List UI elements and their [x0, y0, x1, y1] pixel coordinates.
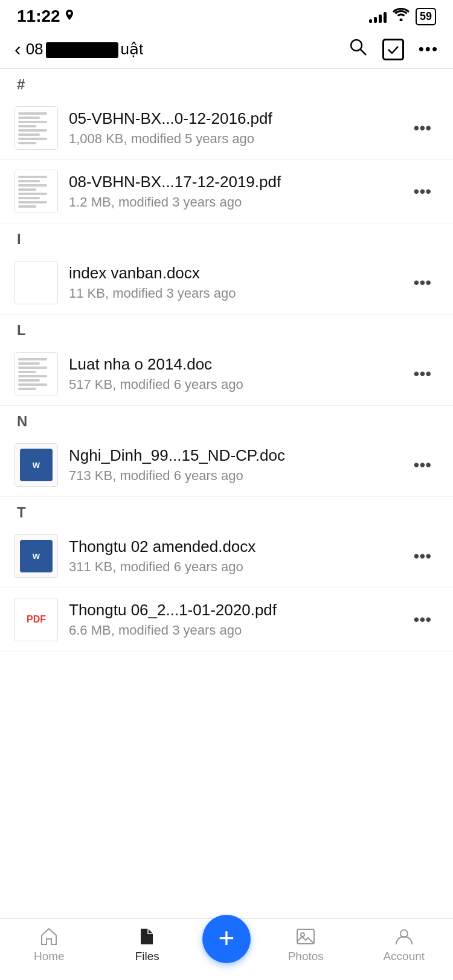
files-icon: [137, 926, 158, 947]
file-more-button[interactable]: •••: [406, 114, 439, 143]
file-info: Thongtu 02 amended.docx 311 KB, modified…: [69, 537, 396, 575]
file-thumbnail: [14, 352, 58, 396]
file-more-button[interactable]: •••: [406, 177, 439, 206]
file-name: 05-VBHN-BX...0-12-2016.pdf: [69, 109, 396, 128]
signal-icon: [369, 10, 387, 23]
file-more-button[interactable]: •••: [406, 359, 439, 388]
search-button[interactable]: [349, 37, 368, 61]
photos-icon: [295, 926, 316, 947]
file-name: Thongtu 06_2...1-01-2020.pdf: [69, 601, 396, 620]
word-icon: W: [20, 540, 53, 572]
nav-title: 08uật: [26, 40, 144, 59]
file-item: W Thongtu 02 amended.docx 311 KB, modifi…: [0, 525, 453, 588]
back-chevron-icon: ‹: [14, 38, 21, 60]
file-info: Nghi_Dinh_99...15_ND-CP.doc 713 KB, modi…: [69, 446, 396, 484]
svg-line-1: [360, 50, 366, 56]
file-item: 08-VBHN-BX...17-12-2019.pdf 1.2 MB, modi…: [0, 160, 453, 223]
word-icon: W: [20, 449, 53, 481]
file-more-button[interactable]: •••: [406, 450, 439, 479]
file-info: 05-VBHN-BX...0-12-2016.pdf 1,008 KB, mod…: [69, 109, 396, 147]
file-name: 08-VBHN-BX...17-12-2019.pdf: [69, 173, 396, 191]
file-thumbnail: W: [14, 443, 58, 487]
file-name: Thongtu 02 amended.docx: [69, 537, 396, 556]
file-list: # 05-VBHN-BX...0-12-2016.pdf 1,008 KB, m…: [0, 69, 453, 724]
more-button[interactable]: •••: [419, 40, 439, 59]
file-name: Luat nha o 2014.doc: [69, 355, 396, 374]
status-icons: 59: [369, 8, 436, 25]
file-thumbnail: [14, 170, 58, 213]
add-icon: +: [219, 924, 235, 952]
file-more-button[interactable]: •••: [406, 542, 439, 571]
tab-home-label: Home: [34, 950, 65, 963]
file-meta: 11 KB, modified 3 years ago: [69, 286, 396, 301]
file-name: index vanban.docx: [69, 264, 396, 283]
file-item: Luat nha o 2014.doc 517 KB, modified 6 y…: [0, 342, 453, 406]
status-bar: 11:22 59: [0, 0, 453, 30]
wifi-icon: [393, 8, 410, 25]
file-item: index vanban.docx 11 KB, modified 3 year…: [0, 251, 453, 315]
file-info: 08-VBHN-BX...17-12-2019.pdf 1.2 MB, modi…: [69, 173, 396, 210]
tab-bar: Home Files + Photos Account: [0, 918, 453, 980]
section-header-i: I: [0, 223, 453, 251]
file-meta: 1.2 MB, modified 3 years ago: [69, 194, 396, 210]
file-meta: 1,008 KB, modified 5 years ago: [69, 131, 396, 147]
status-time: 11:22: [17, 7, 75, 26]
file-item: W Nghi_Dinh_99...15_ND-CP.doc 713 KB, mo…: [0, 434, 453, 497]
tab-home[interactable]: Home: [0, 926, 98, 963]
account-icon: [394, 926, 414, 947]
file-thumbnail: [14, 261, 58, 304]
tab-add[interactable]: +: [196, 927, 257, 963]
file-info: Luat nha o 2014.doc 517 KB, modified 6 y…: [69, 355, 396, 392]
tab-photos-label: Photos: [288, 950, 324, 963]
location-icon: [64, 10, 75, 23]
file-meta: 517 KB, modified 6 years ago: [69, 377, 396, 392]
file-thumbnail: W: [14, 534, 58, 578]
section-header-n: N: [0, 406, 453, 434]
file-meta: 6.6 MB, modified 3 years ago: [69, 623, 396, 638]
file-info: index vanban.docx 11 KB, modified 3 year…: [69, 264, 396, 301]
section-header-hash: #: [0, 69, 453, 97]
file-more-button[interactable]: •••: [406, 605, 439, 634]
file-item: PDF Thongtu 06_2...1-01-2020.pdf 6.6 MB,…: [0, 588, 453, 652]
add-button[interactable]: +: [202, 915, 251, 963]
file-thumbnail: PDF: [14, 598, 58, 641]
select-button[interactable]: [382, 39, 404, 60]
svg-point-3: [301, 933, 304, 937]
tab-files[interactable]: Files: [98, 926, 197, 963]
file-more-button[interactable]: •••: [406, 268, 439, 297]
file-name: Nghi_Dinh_99...15_ND-CP.doc: [69, 446, 396, 465]
tab-photos[interactable]: Photos: [257, 926, 355, 963]
file-item: 05-VBHN-BX...0-12-2016.pdf 1,008 KB, mod…: [0, 97, 453, 160]
file-thumbnail: [14, 106, 58, 150]
tab-account[interactable]: Account: [355, 926, 454, 963]
file-meta: 713 KB, modified 6 years ago: [69, 468, 396, 484]
tab-account-label: Account: [383, 950, 425, 963]
file-meta: 311 KB, modified 6 years ago: [69, 559, 396, 575]
svg-point-0: [351, 40, 362, 51]
section-header-t: T: [0, 497, 453, 525]
tab-files-label: Files: [135, 950, 159, 963]
pdf-label: PDF: [27, 614, 46, 625]
file-info: Thongtu 06_2...1-01-2020.pdf 6.6 MB, mod…: [69, 601, 396, 638]
nav-bar: ‹ 08uật •••: [0, 30, 453, 69]
back-button[interactable]: ‹ 08uật: [14, 38, 349, 60]
home-icon: [39, 926, 59, 947]
battery-icon: 59: [416, 8, 436, 25]
nav-actions: •••: [349, 37, 439, 61]
section-header-l: L: [0, 315, 453, 342]
